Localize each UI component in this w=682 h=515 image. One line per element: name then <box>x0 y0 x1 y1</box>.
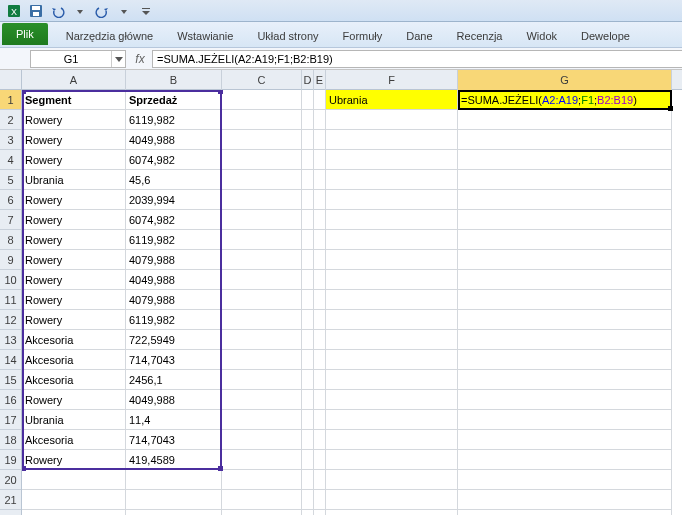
formula-cell[interactable]: =SUMA.JEŻELI(A2:A19;F1;B2:B19) <box>458 90 672 110</box>
row-header-19[interactable]: 19 <box>0 450 21 470</box>
undo-dropdown[interactable] <box>70 2 90 20</box>
cell-D22[interactable] <box>302 510 314 515</box>
cell-D19[interactable] <box>302 450 314 470</box>
select-all-corner[interactable] <box>0 70 22 90</box>
tab-page-layout[interactable]: Układ strony <box>245 25 330 47</box>
row-header-9[interactable]: 9 <box>0 250 21 270</box>
cell-E18[interactable] <box>314 430 326 450</box>
header-sprzedaz[interactable]: Sprzedaż <box>126 90 222 110</box>
cell-segment[interactable]: Akcesoria <box>22 350 126 370</box>
row-header-2[interactable]: 2 <box>0 110 21 130</box>
cell-E12[interactable] <box>314 310 326 330</box>
cell-C20[interactable] <box>222 470 302 490</box>
cell-B22[interactable] <box>126 510 222 515</box>
cell-G20[interactable] <box>458 470 672 490</box>
cell-segment[interactable]: Akcesoria <box>22 430 126 450</box>
cell-E9[interactable] <box>314 250 326 270</box>
column-header-A[interactable]: A <box>22 70 126 90</box>
cell-G7[interactable] <box>458 210 672 230</box>
cell-segment[interactable]: Rowery <box>22 450 126 470</box>
cell-F18[interactable] <box>326 430 458 450</box>
cell-value[interactable]: 6119,982 <box>126 230 222 250</box>
cell-E15[interactable] <box>314 370 326 390</box>
cell-segment[interactable]: Rowery <box>22 110 126 130</box>
cell-C1[interactable] <box>222 90 302 110</box>
cell-G12[interactable] <box>458 310 672 330</box>
cell-D11[interactable] <box>302 290 314 310</box>
cell-B20[interactable] <box>126 470 222 490</box>
cell-D17[interactable] <box>302 410 314 430</box>
cell-C21[interactable] <box>222 490 302 510</box>
cell-F6[interactable] <box>326 190 458 210</box>
column-header-C[interactable]: C <box>222 70 302 90</box>
cell-A22[interactable] <box>22 510 126 515</box>
cell-value[interactable]: 4049,988 <box>126 390 222 410</box>
cell-G13[interactable] <box>458 330 672 350</box>
tab-developer[interactable]: Dewelope <box>569 25 642 47</box>
cell-D9[interactable] <box>302 250 314 270</box>
cell-F2[interactable] <box>326 110 458 130</box>
grid[interactable]: SegmentSprzedażUbrania=SUMA.JEŻELI(A2:A1… <box>22 90 682 515</box>
cell-D8[interactable] <box>302 230 314 250</box>
cell-F13[interactable] <box>326 330 458 350</box>
cell-E8[interactable] <box>314 230 326 250</box>
cell-F16[interactable] <box>326 390 458 410</box>
cell-E1[interactable] <box>314 90 326 110</box>
cell-C14[interactable] <box>222 350 302 370</box>
cell-E13[interactable] <box>314 330 326 350</box>
cell-C11[interactable] <box>222 290 302 310</box>
cell-D1[interactable] <box>302 90 314 110</box>
column-header-F[interactable]: F <box>326 70 458 90</box>
cell-G14[interactable] <box>458 350 672 370</box>
cell-B21[interactable] <box>126 490 222 510</box>
formula-bar-input[interactable] <box>152 50 682 68</box>
cell-E7[interactable] <box>314 210 326 230</box>
row-header-20[interactable]: 20 <box>0 470 21 490</box>
cell-value[interactable]: 6074,982 <box>126 210 222 230</box>
row-header-14[interactable]: 14 <box>0 350 21 370</box>
cell-F14[interactable] <box>326 350 458 370</box>
cell-G15[interactable] <box>458 370 672 390</box>
cell-D3[interactable] <box>302 130 314 150</box>
cell-D6[interactable] <box>302 190 314 210</box>
tab-home[interactable]: Narzędzia główne <box>54 25 165 47</box>
cell-segment[interactable]: Ubrania <box>22 410 126 430</box>
tab-formulas[interactable]: Formuły <box>331 25 395 47</box>
cell-value[interactable]: 722,5949 <box>126 330 222 350</box>
cell-segment[interactable]: Akcesoria <box>22 370 126 390</box>
cell-value[interactable]: 4049,988 <box>126 270 222 290</box>
cell-F11[interactable] <box>326 290 458 310</box>
row-header-18[interactable]: 18 <box>0 430 21 450</box>
cell-G16[interactable] <box>458 390 672 410</box>
cell-C9[interactable] <box>222 250 302 270</box>
tab-file[interactable]: Plik <box>2 23 48 45</box>
row-header-6[interactable]: 6 <box>0 190 21 210</box>
cell-F21[interactable] <box>326 490 458 510</box>
cell-segment[interactable]: Akcesoria <box>22 330 126 350</box>
save-button[interactable] <box>26 2 46 20</box>
cell-G17[interactable] <box>458 410 672 430</box>
cell-E4[interactable] <box>314 150 326 170</box>
undo-button[interactable] <box>48 2 68 20</box>
cell-C13[interactable] <box>222 330 302 350</box>
redo-button[interactable] <box>92 2 112 20</box>
cell-D10[interactable] <box>302 270 314 290</box>
cell-value[interactable]: 45,6 <box>126 170 222 190</box>
cell-value[interactable]: 419,4589 <box>126 450 222 470</box>
cell-segment[interactable]: Rowery <box>22 290 126 310</box>
cell-G9[interactable] <box>458 250 672 270</box>
cell-G4[interactable] <box>458 150 672 170</box>
cell-E21[interactable] <box>314 490 326 510</box>
cell-E6[interactable] <box>314 190 326 210</box>
cell-C18[interactable] <box>222 430 302 450</box>
cell-D7[interactable] <box>302 210 314 230</box>
row-header-1[interactable]: 1 <box>0 90 21 110</box>
cell-G19[interactable] <box>458 450 672 470</box>
name-box[interactable] <box>31 51 111 67</box>
tab-view[interactable]: Widok <box>514 25 569 47</box>
cell-F15[interactable] <box>326 370 458 390</box>
cell-segment[interactable]: Rowery <box>22 270 126 290</box>
cell-G18[interactable] <box>458 430 672 450</box>
cell-D16[interactable] <box>302 390 314 410</box>
cell-value[interactable]: 2456,1 <box>126 370 222 390</box>
